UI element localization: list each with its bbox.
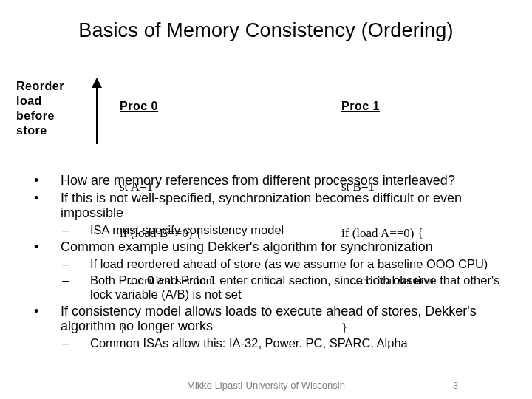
bullet-level1: How are memory references from different…: [31, 173, 510, 188]
bullet-level1: If consistency model allows loads to exe…: [31, 304, 510, 334]
bullet-level1: Common example using Dekker's algorithm …: [31, 239, 510, 255]
diagram-area: Reorder load before store Proc 0 st A=1 …: [16, 70, 516, 166]
reorder-line: before: [16, 109, 64, 123]
reorder-line: store: [16, 123, 64, 138]
slide-title: Basics of Memory Consistency (Ordering): [0, 19, 532, 42]
bullet-level2: If load reordered ahead of store (as we …: [31, 257, 510, 271]
reorder-line: load: [16, 94, 64, 109]
bullet-level2: Common ISAs allow this: IA-32, Power. PC…: [31, 336, 510, 350]
reorder-line: Reorder: [16, 79, 64, 94]
slide: Basics of Memory Consistency (Ordering) …: [0, 0, 532, 399]
bullet-level1: If this is not well-specified, synchroni…: [31, 191, 510, 221]
page-number: 3: [453, 380, 458, 391]
bullet-level2: Both Proc 0 and Proc 1 enter critical se…: [31, 273, 510, 301]
up-arrow-icon: [89, 78, 105, 149]
reorder-label: Reorder load before store: [16, 79, 64, 138]
bullet-list: How are memory references from different…: [31, 173, 510, 352]
bullet-level2: ISA must specify consistency model: [31, 223, 510, 237]
proc1-heading: Proc 1: [341, 100, 434, 113]
proc0-heading: Proc 0: [120, 100, 212, 113]
svg-marker-1: [92, 78, 102, 88]
